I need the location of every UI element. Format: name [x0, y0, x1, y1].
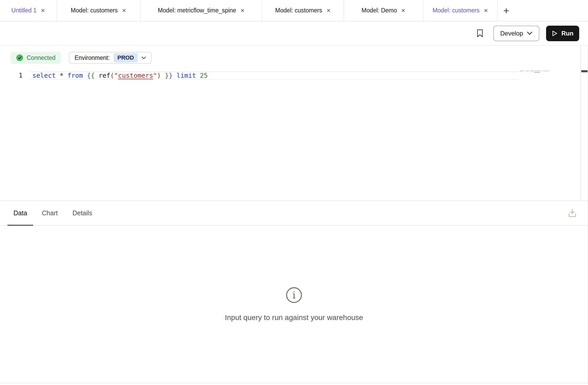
- svg-text:i: i: [292, 289, 296, 301]
- tab-close-icon[interactable]: ✕: [484, 8, 488, 13]
- tab[interactable]: Model: customers✕: [262, 0, 344, 21]
- run-button-label: Run: [561, 30, 574, 37]
- chevron-down-icon: [527, 32, 532, 35]
- check-circle-icon: [16, 54, 23, 61]
- results-pane: DataChartDetails i Input query to run ag…: [0, 201, 588, 383]
- download-icon: [568, 208, 577, 218]
- editor-status-row: Connected Environment: PROD: [10, 52, 152, 64]
- tab[interactable]: Model: metricflow_time_spine✕: [141, 0, 262, 21]
- results-tab-data[interactable]: Data: [13, 201, 27, 225]
- code-line[interactable]: select * from {{ ref("customers") }} lim…: [29, 72, 518, 80]
- environment-value-badge: PROD: [114, 53, 138, 62]
- connection-status-badge: Connected: [10, 52, 61, 64]
- tab-close-icon[interactable]: ✕: [326, 8, 331, 13]
- tab-label: Model: customers: [432, 7, 480, 14]
- tab[interactable]: Model: customers✕: [57, 0, 141, 21]
- connection-status-label: Connected: [27, 54, 55, 61]
- results-tab-chart[interactable]: Chart: [42, 201, 58, 225]
- editor-scrollbar-track[interactable]: [580, 46, 588, 201]
- play-icon: [552, 30, 558, 37]
- code-editor[interactable]: 1 select * from {{ ref("customers") }} l…: [0, 72, 588, 80]
- tab-close-icon[interactable]: ✕: [401, 8, 406, 13]
- results-empty-message: Input query to run against your warehous…: [225, 313, 363, 322]
- run-button[interactable]: Run: [546, 26, 579, 41]
- tab-close-icon[interactable]: ✕: [41, 8, 45, 13]
- editor-minimap: select * from {{ ref("customers") }} lim…: [520, 69, 558, 73]
- tab-label: Model: customers: [71, 7, 118, 14]
- tab[interactable]: Model: customers✕: [423, 0, 498, 21]
- tab-label: Model: Demo: [362, 7, 397, 14]
- editor-scrollbar-thumb[interactable]: [581, 70, 588, 72]
- bookmark-button[interactable]: [476, 29, 483, 38]
- toolbar: Develop Run: [0, 22, 588, 46]
- chevron-down-icon: [142, 56, 146, 59]
- tab-label: Model: customers: [275, 7, 322, 14]
- results-tab-bar: DataChartDetails: [0, 201, 588, 226]
- tab[interactable]: Untitled 1✕: [0, 0, 57, 21]
- develop-button[interactable]: Develop: [493, 26, 539, 41]
- app-window: Untitled 1✕Model: customers✕Model: metri…: [0, 0, 588, 385]
- environment-selector[interactable]: Environment: PROD: [69, 52, 152, 64]
- tab-close-icon[interactable]: ✕: [240, 8, 245, 13]
- tab[interactable]: Model: Demo✕: [344, 0, 423, 21]
- new-tab-button[interactable]: +: [498, 0, 515, 22]
- environment-label: Environment:: [75, 54, 110, 61]
- tab-label: Untitled 1: [11, 7, 36, 14]
- tab-close-icon[interactable]: ✕: [122, 8, 126, 13]
- info-icon: i: [286, 287, 302, 303]
- tab-bar: Untitled 1✕Model: customers✕Model: metri…: [0, 0, 588, 22]
- sql-editor-pane: Connected Environment: PROD 1 select * f…: [0, 46, 588, 201]
- download-button[interactable]: [568, 208, 577, 219]
- results-tab-details[interactable]: Details: [72, 201, 92, 225]
- editor-line-number: 1: [0, 72, 29, 80]
- develop-button-label: Develop: [500, 30, 523, 37]
- results-empty-state: i Input query to run against your wareho…: [0, 226, 588, 383]
- bookmark-icon: [476, 29, 483, 38]
- tab-label: Model: metricflow_time_spine: [158, 7, 236, 14]
